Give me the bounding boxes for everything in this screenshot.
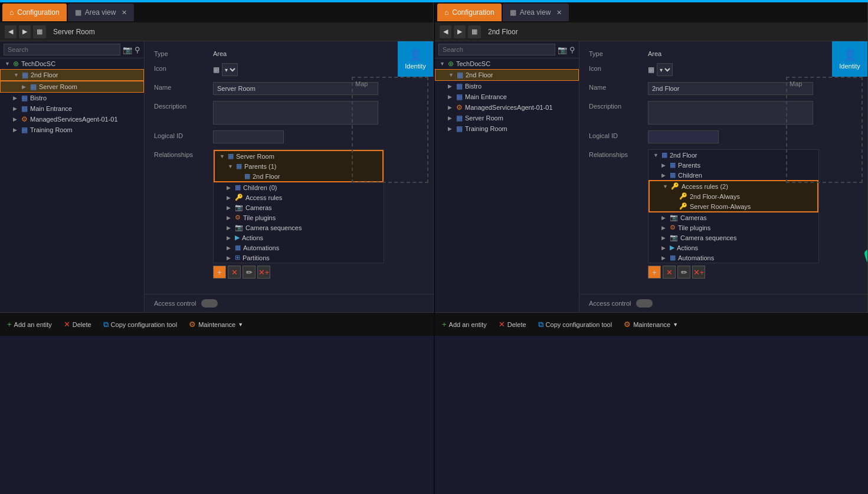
- right-camera-icon[interactable]: 📷: [558, 45, 567, 54]
- left-back-btn[interactable]: ◀: [5, 25, 17, 38]
- left-tree-2ndfloor[interactable]: ▼ ▦ 2nd Floor: [0, 69, 144, 81]
- right-rel-access-serverroom[interactable]: 🔑 Server Room-Always: [650, 201, 817, 211]
- left-rel-children-label: Children (0): [243, 184, 277, 191]
- right-area-tab-close[interactable]: ✕: [556, 9, 562, 17]
- left-root-icon: ⊕: [13, 60, 19, 68]
- left-access-control-toggle[interactable]: [201, 299, 218, 307]
- left-rel-accessrules-label: Access rules: [245, 194, 282, 201]
- right-trainingroom-icon: ▦: [456, 125, 463, 133]
- right-rel-automations[interactable]: ▶ ▦ Automations: [648, 253, 818, 263]
- right-search-input[interactable]: [438, 44, 555, 55]
- right-back-btn[interactable]: ◀: [440, 25, 451, 38]
- right-breadcrumb-icon[interactable]: ▦: [468, 25, 481, 38]
- right-tree-root[interactable]: ▼ ⊕ TechDocSC: [435, 58, 579, 69]
- right-bistro-expand: ▶: [448, 83, 456, 89]
- right-tree-agent[interactable]: ▶ ⚙ ManagedServicesAgent-01-01: [435, 102, 579, 113]
- right-tree-serverroom[interactable]: ▶ ▦ Server Room: [435, 113, 579, 123]
- left-delete-icon: ✕: [64, 320, 70, 329]
- left-rel-removeall-btn[interactable]: ✕+: [257, 266, 270, 279]
- right-config-tab[interactable]: ⌂ Configuration: [437, 4, 502, 21]
- right-identity-btn[interactable]: 👤 Identity: [832, 41, 867, 77]
- left-rel-accessrules[interactable]: ▶ 🔑 Access rules: [214, 192, 384, 202]
- left-add-entity-btn[interactable]: + Add an entity: [5, 319, 54, 330]
- left-breadcrumb: Server Room: [53, 28, 95, 36]
- right-rel-cameras[interactable]: ▶ 📷 Cameras: [648, 212, 818, 223]
- right-tree-2ndfloor[interactable]: ▼ ▦ 2nd Floor: [435, 69, 579, 81]
- right-filter-icon[interactable]: ⚲: [569, 45, 575, 54]
- right-rel-removeall-btn[interactable]: ✕+: [692, 266, 705, 279]
- right-rel-toolbar: + ✕ ✏ ✕+: [648, 263, 858, 281]
- left-rel-partitions[interactable]: ▶ ⊞ Partitions: [214, 253, 384, 263]
- right-rel-actions[interactable]: ▶ ▶ Actions: [648, 243, 818, 253]
- left-tree: ▼ ⊕ TechDocSC ▼ ▦ 2nd Floor ▶: [0, 58, 144, 312]
- left-tree-agent[interactable]: ▶ ⚙ ManagedServicesAgent-01-01: [0, 114, 144, 125]
- left-rel-cameras[interactable]: ▶ 📷 Cameras: [214, 202, 384, 212]
- left-rel-tileplugins[interactable]: ▶ ⚙ Tile plugins: [214, 212, 384, 223]
- left-search-input[interactable]: [4, 44, 120, 55]
- left-copy-config-btn[interactable]: ⧉ Copy configuration tool: [101, 319, 180, 331]
- left-tree-serverroom[interactable]: ▶ ▦ Server Room: [0, 81, 144, 93]
- left-camera-icon[interactable]: 📷: [123, 45, 132, 54]
- right-rel-access-2ndfloor-label: 2nd Floor-Always: [690, 193, 740, 200]
- left-rel-actions[interactable]: ▶ ▶ Actions: [214, 233, 384, 243]
- left-identity-btn[interactable]: 👤 Identity: [398, 41, 433, 77]
- right-tree-bistro[interactable]: ▶ ▦ Bistro: [435, 81, 579, 91]
- left-config-tab[interactable]: ⌂ Configuration: [2, 4, 67, 21]
- left-tree-mainentrance[interactable]: ▶ ▦ Main Entrance: [0, 103, 144, 114]
- left-delete-label: Delete: [73, 321, 91, 328]
- left-area-tab[interactable]: ▦ Area view ✕: [68, 4, 135, 21]
- left-rel-remove-btn[interactable]: ✕: [228, 266, 241, 279]
- right-rel-add-btn[interactable]: +: [648, 266, 661, 279]
- right-rel-tileplugins[interactable]: ▶ ⚙ Tile plugins: [648, 223, 818, 233]
- left-area-tab-close[interactable]: ✕: [122, 9, 127, 17]
- right-add-entity-btn[interactable]: + Add an entity: [440, 319, 489, 330]
- left-forward-btn[interactable]: ▶: [19, 25, 31, 38]
- left-panel-tabs: ⌂ Configuration ▦ Area view ✕: [0, 2, 433, 22]
- right-tree-mainentrance[interactable]: ▶ ▦ Main Entrance: [435, 91, 579, 102]
- left-icon-selector: ▦ ▾: [213, 63, 238, 76]
- right-area-tab[interactable]: ▦ Area view ✕: [503, 4, 569, 21]
- right-access-control-toggle[interactable]: [636, 299, 653, 307]
- left-trainingroom-expand: ▶: [13, 127, 21, 133]
- left-delete-btn[interactable]: ✕ Delete: [61, 319, 94, 330]
- right-rel-edit-btn[interactable]: ✏: [677, 266, 690, 279]
- left-relationships-label: Relationships: [154, 149, 213, 158]
- left-tree-root[interactable]: ▼ ⊕ TechDocSC: [0, 58, 144, 69]
- left-rel-children[interactable]: ▶ ▦ Children (0): [214, 182, 384, 192]
- left-rel-edit-btn[interactable]: ✏: [243, 266, 256, 279]
- right-delete-btn[interactable]: ✕ Delete: [496, 319, 529, 330]
- right-delete-label: Delete: [507, 321, 526, 328]
- left-rel-cameras-expand: ▶: [227, 205, 235, 211]
- left-rel-camerasequences[interactable]: ▶ 📷 Camera sequences: [214, 223, 384, 233]
- right-copy-config-btn[interactable]: ⧉ Copy configuration tool: [536, 319, 615, 331]
- left-type-row: Type Area: [154, 48, 424, 57]
- right-serverroom-label: Server Room: [465, 114, 503, 122]
- right-rel-camerasequences[interactable]: ▶ 📷 Camera sequences: [648, 233, 818, 243]
- left-breadcrumb-icon[interactable]: ▦: [33, 25, 46, 38]
- right-rel-access-2ndfloor[interactable]: 🔑 2nd Floor-Always: [650, 191, 817, 201]
- right-maintenance-btn[interactable]: ⚙ Maintenance ▼: [621, 319, 680, 330]
- left-tree-bistro[interactable]: ▶ ▦ Bistro: [0, 93, 144, 103]
- left-filter-icon[interactable]: ⚲: [135, 45, 140, 54]
- left-rel-automations[interactable]: ▶ ▦ Automations: [214, 243, 384, 253]
- right-tree-trainingroom[interactable]: ▶ ▦ Training Room: [435, 123, 579, 134]
- right-rel-automations-icon: ▦: [670, 254, 676, 261]
- left-tree-trainingroom[interactable]: ▶ ▦ Training Room: [0, 125, 144, 135]
- right-rel-parents-icon: ▦: [670, 161, 676, 169]
- left-add-entity-label: Add an entity: [14, 321, 52, 328]
- left-maintenance-btn[interactable]: ⚙ Maintenance ▼: [186, 319, 245, 330]
- left-icon-dropdown[interactable]: ▾: [222, 63, 238, 76]
- left-logicalid-input[interactable]: [213, 130, 284, 143]
- right-icon-dropdown[interactable]: ▾: [657, 63, 673, 76]
- right-rel-access-2ndfloor-expand: [671, 194, 679, 199]
- right-rel-remove-btn[interactable]: ✕: [663, 266, 676, 279]
- right-forward-btn[interactable]: ▶: [454, 25, 466, 38]
- left-rel-add-btn[interactable]: +: [213, 266, 226, 279]
- left-maintenance-dropdown-icon: ▼: [238, 322, 243, 328]
- right-rel-children-icon: ▦: [670, 171, 676, 179]
- right-rel-actions-icon: ▶: [670, 244, 674, 251]
- right-rel-actions-expand: ▶: [661, 245, 670, 251]
- left-logicalid-label: Logical ID: [154, 130, 213, 139]
- left-rel-partitions-icon: ⊞: [235, 254, 240, 261]
- right-logicalid-input[interactable]: [648, 130, 719, 143]
